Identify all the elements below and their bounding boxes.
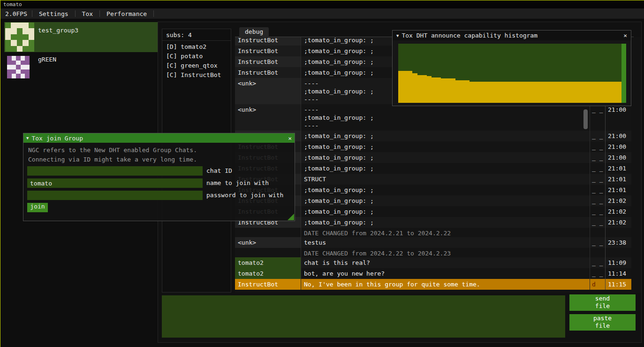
sender-name: <unk> xyxy=(235,78,301,104)
scrollbar-thumb[interactable] xyxy=(583,109,588,129)
message-time: 11:14 xyxy=(605,268,631,279)
members-list: [D] tomato2[C] potato[C] green_qtox[C] I… xyxy=(162,43,231,80)
message-text: ;tomato_in_group: ; xyxy=(301,217,590,228)
histogram-bar xyxy=(593,82,598,103)
histogram-bar xyxy=(522,82,526,103)
join-info-line: Connecting via ID might take a very long… xyxy=(28,156,197,163)
member-item[interactable]: [C] InstructBot xyxy=(162,71,231,80)
histogram-bar xyxy=(427,76,432,103)
message-row[interactable]: <unk>testus_ _23:38 xyxy=(235,237,631,248)
message-flags: _ _ xyxy=(590,104,605,131)
message-time: 21:01 xyxy=(605,174,631,185)
date-separator-row: DATE CHANGED from 2024.2.21 to 2024.2.22 xyxy=(235,228,631,237)
histogram-bar xyxy=(574,82,579,103)
histogram-bar xyxy=(588,82,593,103)
group-avatar xyxy=(7,56,30,78)
message-flags: _ _ xyxy=(590,163,605,174)
subs-count: subs: 4 xyxy=(162,29,231,40)
histogram-bar xyxy=(517,82,522,103)
sidebar-item-gREEN[interactable]: gREEN xyxy=(4,53,158,79)
sender-name: InstructBot xyxy=(235,56,301,67)
window-title: tomato xyxy=(3,1,22,8)
message-flags: _ _ xyxy=(590,206,605,217)
menu-item-tox[interactable]: Tox xyxy=(76,10,99,17)
collapse-arrow-icon[interactable]: ▼ xyxy=(396,33,399,38)
sender-name: <unk> xyxy=(235,237,301,248)
histogram-bar xyxy=(455,80,460,103)
button-label: send xyxy=(569,295,636,302)
menu-bar: 2.0FPS Settings Tox Performance xyxy=(0,8,644,19)
histogram-bar xyxy=(417,75,422,103)
message-flags: _ _ xyxy=(590,237,605,248)
join-button[interactable]: join xyxy=(27,203,48,212)
sender-name xyxy=(235,248,301,257)
histogram-bar xyxy=(621,44,626,103)
histogram-bar xyxy=(546,82,550,103)
member-item[interactable]: [D] tomato2 xyxy=(162,43,231,52)
histogram-bar xyxy=(531,82,536,103)
send-file-button[interactable]: send file xyxy=(569,294,636,311)
close-icon[interactable]: × xyxy=(288,135,292,142)
histogram-bar xyxy=(398,71,403,103)
message-time: 21:02 xyxy=(605,206,631,217)
histogram-bar xyxy=(536,82,541,103)
app-window: tomato 2.0FPS Settings Tox Performance t… xyxy=(0,0,644,347)
button-label: file xyxy=(569,322,636,330)
collapse-arrow-icon[interactable]: ▼ xyxy=(26,136,29,140)
sidebar-item-test_group3[interactable]: test_group3 xyxy=(4,22,158,52)
paste-file-button[interactable]: paste file xyxy=(569,314,636,331)
histogram-bar xyxy=(617,82,621,103)
member-item[interactable]: [C] green_qtox xyxy=(162,62,231,71)
message-row[interactable]: tomato2chat is this real?_ _11:09 xyxy=(235,257,631,268)
message-row[interactable]: InstructBotNo, I've been in this group f… xyxy=(235,279,631,290)
histogram-bar xyxy=(508,82,512,103)
histogram-bar xyxy=(488,82,493,103)
histogram-bar xyxy=(484,82,488,103)
histogram-bar xyxy=(541,82,546,103)
join-password-label: password to join with xyxy=(206,192,283,199)
join-name-input[interactable] xyxy=(27,178,203,188)
histogram-plot xyxy=(398,44,626,103)
message-row[interactable]: tomato2bot, are you new here?_ _11:14 xyxy=(235,268,631,279)
histogram-title-bar[interactable]: ▼ Tox DHT announce capability histogram … xyxy=(393,31,631,40)
button-label: paste xyxy=(569,315,636,322)
group-name: gREEN xyxy=(38,56,56,63)
join-info-line: NGC refers to the New DHT enabled Group … xyxy=(28,147,197,154)
histogram-bar xyxy=(403,71,408,103)
histogram-bar xyxy=(560,82,564,103)
join-password-input[interactable] xyxy=(27,191,203,200)
message-text: ;tomato_in_group: ; xyxy=(301,131,590,141)
menu-item-settings[interactable]: Settings xyxy=(32,10,75,17)
histogram-bar xyxy=(612,82,617,103)
histogram-bar xyxy=(498,82,503,103)
group-name: test_group3 xyxy=(38,27,78,34)
message-text: testus xyxy=(301,237,590,248)
message-row[interactable]: <unk>----;tomato_in_group: ;----_ _21:00 xyxy=(235,104,631,131)
message-flags: _ _ xyxy=(590,131,605,141)
message-text: ;tomato_in_group: ; xyxy=(301,152,590,163)
date-separator-row: DATE CHANGED from 2024.2.22 to 2024.2.23 xyxy=(235,248,631,257)
message-time xyxy=(605,228,631,237)
message-input[interactable] xyxy=(162,295,565,338)
sender-name: InstructBot xyxy=(235,67,301,78)
histogram-title: Tox DHT announce capability histogram xyxy=(402,32,538,39)
histogram-bar xyxy=(583,82,588,103)
member-item[interactable]: [C] potato xyxy=(162,52,231,62)
histogram-bar xyxy=(474,82,479,103)
message-time: 21:00 xyxy=(605,104,631,131)
sender-name: InstructBot xyxy=(235,37,301,46)
window-title-bar[interactable]: tomato xyxy=(0,0,644,8)
message-time: 21:00 xyxy=(605,152,631,163)
close-icon[interactable]: × xyxy=(623,32,627,39)
histogram-bar xyxy=(493,82,498,103)
resize-grip[interactable] xyxy=(288,214,294,220)
histogram-bar xyxy=(564,82,569,103)
tab-debug[interactable]: debug xyxy=(239,27,269,37)
histogram-bar xyxy=(422,75,427,103)
chat-id-label: chat ID xyxy=(206,167,232,174)
join-title-bar[interactable]: ▼ Tox join Group × xyxy=(23,133,295,143)
message-text: ;tomato_in_group: ; xyxy=(301,206,590,217)
chat-id-input[interactable] xyxy=(27,166,203,176)
menu-item-performance[interactable]: Performance xyxy=(100,10,153,17)
message-flags: _ _ xyxy=(590,195,605,206)
